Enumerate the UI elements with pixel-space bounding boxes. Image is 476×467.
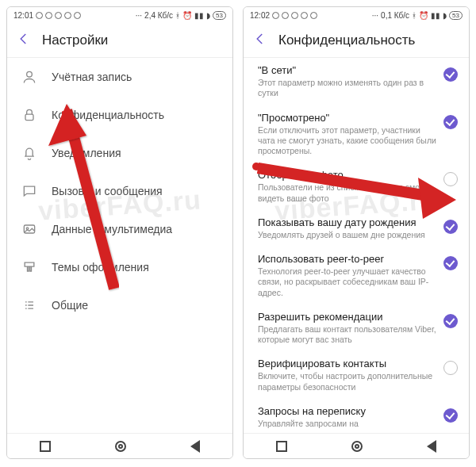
status-net: 2,4 Кб/с [144, 11, 173, 20]
settings-list: Учётная запись Конфиденциальность Уведом… [7, 58, 232, 433]
privacy-item-seen[interactable]: "Просмотрено"Если отключить этот парамет… [244, 105, 469, 163]
bluetooth-icon: ᚼ [175, 11, 180, 20]
back-icon[interactable] [17, 32, 31, 49]
settings-item-label: Уведомления [52, 147, 121, 159]
privacy-item-online[interactable]: "В сети"Этот параметр можно изменять оди… [244, 58, 469, 105]
status-net: 0,1 Кб/с [381, 11, 409, 20]
row-desc: Если отключить этот параметр, участники … [258, 125, 439, 156]
nav-back-icon[interactable] [427, 440, 436, 453]
row-title: Отображать фото [258, 169, 439, 182]
status-icon [282, 12, 289, 19]
status-icon [45, 12, 52, 19]
lock-icon [21, 107, 37, 123]
wifi-icon: ◗ [206, 11, 210, 20]
row-desc: Этот параметр можно изменять один раз в … [258, 78, 439, 98]
phone-settings: 12:01 ··· 2,4 Кб/с ᚼ ⏰ ▮▮ ◗ 53 Настройк [6, 6, 233, 459]
signal-icon: ▮▮ [194, 11, 204, 20]
page-title: Конфиденциальность [278, 33, 415, 48]
status-time: 12:01 [13, 11, 33, 20]
nav-bar [244, 433, 469, 458]
privacy-item-requests[interactable]: Запросы на перепискуУправляйте запросами… [244, 399, 469, 433]
toggle-checkbox[interactable] [443, 172, 458, 186]
privacy-item-verify[interactable]: Верифицировать контактыВключите, чтобы н… [244, 351, 469, 399]
battery-icon: 53 [213, 11, 226, 20]
row-desc: Уведомлять друзей о вашем дне рождения [258, 230, 439, 240]
toggle-checkbox[interactable] [443, 115, 458, 129]
row-desc: Предлагать ваш контакт пользователям Vib… [258, 324, 439, 345]
row-desc: Управляйте запросами на [258, 419, 439, 429]
status-icon [310, 12, 317, 19]
settings-item-notifications[interactable]: Уведомления [7, 134, 232, 172]
row-title: Верифицировать контакты [258, 358, 439, 370]
privacy-item-recommend[interactable]: Разрешить рекомендацииПредлагать ваш кон… [244, 304, 469, 352]
wifi-icon: ◗ [443, 11, 447, 20]
back-icon[interactable] [253, 32, 267, 49]
settings-item-label: Учётная запись [52, 71, 132, 83]
row-title: "В сети" [258, 64, 439, 77]
status-icon [55, 12, 62, 19]
svg-point-0 [27, 71, 33, 77]
user-icon [21, 69, 37, 85]
nav-home-icon[interactable] [115, 441, 126, 452]
status-bar: 12:01 ··· 2,4 Кб/с ᚼ ⏰ ▮▮ ◗ 53 [7, 7, 232, 23]
settings-item-label: Темы оформления [52, 261, 149, 274]
toggle-checkbox[interactable] [443, 361, 458, 375]
nav-home-icon[interactable] [351, 441, 363, 452]
nav-recent-icon[interactable] [276, 441, 287, 452]
toggle-checkbox[interactable] [443, 408, 458, 423]
status-icon [36, 12, 43, 19]
toggle-checkbox[interactable] [443, 67, 458, 82]
privacy-list: "В сети"Этот параметр можно изменять оди… [244, 58, 469, 433]
settings-item-label: Конфиденциальность [52, 109, 164, 121]
row-title: "Просмотрено" [258, 112, 439, 124]
status-dots: ··· [372, 11, 378, 20]
status-icon [74, 12, 81, 19]
bell-icon [21, 145, 37, 161]
row-title: Использовать peer-to-peer [258, 253, 439, 266]
nav-recent-icon[interactable] [40, 441, 51, 452]
status-time: 12:02 [250, 11, 270, 20]
row-desc: Включите, чтобы настроить дополнительные… [258, 371, 439, 392]
list-icon [21, 297, 37, 313]
status-icon [272, 12, 279, 19]
nav-back-icon[interactable] [190, 440, 200, 453]
status-icon [301, 12, 308, 19]
status-dots: ··· [136, 11, 142, 20]
page-title: Настройки [42, 33, 108, 48]
privacy-item-p2p[interactable]: Использовать peer-to-peerТехнология peer… [244, 247, 469, 304]
settings-item-label: Данные и мультимедиа [52, 223, 172, 235]
toggle-checkbox[interactable] [443, 256, 458, 270]
row-title: Разрешить рекомендации [258, 311, 439, 323]
settings-item-privacy[interactable]: Конфиденциальность [7, 96, 232, 134]
row-desc: Технология peer-to-peer улучшает качеств… [258, 266, 439, 297]
signal-icon: ▮▮ [431, 11, 440, 20]
battery-icon: 53 [449, 11, 463, 20]
bluetooth-icon: ᚼ [412, 11, 416, 20]
app-bar: Настройки [7, 23, 232, 58]
phone-privacy: 12:02 ··· 0,1 Кб/с ᚼ ⏰ ▮▮ ◗ 53 Конфиден [243, 6, 470, 459]
toggle-checkbox[interactable] [443, 314, 458, 328]
settings-item-themes[interactable]: Темы оформления [7, 248, 232, 286]
svg-rect-1 [25, 114, 33, 121]
nav-bar [7, 433, 232, 458]
settings-item-general[interactable]: Общие [7, 286, 232, 324]
chat-icon [21, 183, 37, 199]
media-icon [21, 221, 37, 237]
settings-item-label: Общие [52, 299, 88, 312]
status-icon [64, 12, 71, 19]
app-bar: Конфиденциальность [244, 23, 469, 58]
alarm-icon: ⏰ [419, 11, 428, 20]
settings-item-account[interactable]: Учётная запись [7, 58, 232, 96]
brush-icon [21, 259, 37, 275]
status-bar: 12:02 ··· 0,1 Кб/с ᚼ ⏰ ▮▮ ◗ 53 [244, 7, 469, 23]
status-icon [291, 12, 298, 19]
alarm-icon: ⏰ [182, 11, 192, 20]
row-title: Запросы на переписку [258, 405, 439, 418]
toggle-checkbox[interactable] [443, 220, 458, 234]
